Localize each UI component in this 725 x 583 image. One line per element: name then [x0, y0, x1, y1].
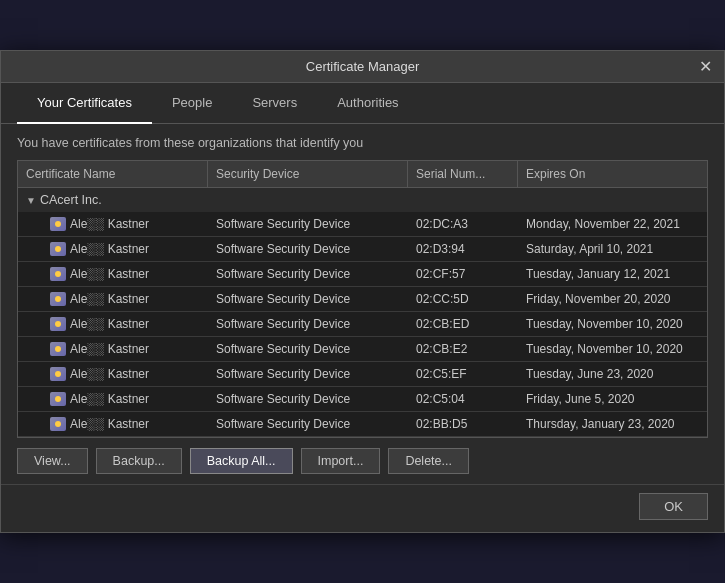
table-header: Certificate Name Security Device Serial … [18, 161, 707, 188]
table-row[interactable]: Ale░░ KastnerSoftware Security Device02:… [18, 337, 707, 362]
cert-device: Software Security Device [208, 287, 408, 311]
cert-expires: Friday, November 20, 2020 [518, 287, 707, 311]
table-row[interactable]: Ale░░ KastnerSoftware Security Device02:… [18, 262, 707, 287]
certificate-icon [50, 392, 66, 406]
view-button[interactable]: View... [17, 448, 88, 474]
content-description: You have certificates from these organiz… [17, 136, 708, 150]
cert-name-cell: Ale░░ Kastner [18, 212, 208, 236]
cert-device: Software Security Device [208, 312, 408, 336]
cert-expires: Tuesday, June 23, 2020 [518, 362, 707, 386]
cert-name-cell: Ale░░ Kastner [18, 412, 208, 436]
cert-name: Ale░░ Kastner [70, 317, 149, 331]
cert-name-cell: Ale░░ Kastner [18, 312, 208, 336]
col-certificate-name: Certificate Name [18, 161, 208, 187]
cert-serial: 02:CB:E2 [408, 337, 518, 361]
group-header-cacert: ▼ CAcert Inc. [18, 188, 707, 212]
main-content: You have certificates from these organiz… [1, 124, 724, 438]
table-row[interactable]: Ale░░ KastnerSoftware Security Device02:… [18, 387, 707, 412]
cert-device: Software Security Device [208, 237, 408, 261]
certificate-icon [50, 367, 66, 381]
group-collapse-icon[interactable]: ▼ [26, 195, 36, 206]
cert-expires: Thursday, January 23, 2020 [518, 412, 707, 436]
dialog-title: Certificate Manager [306, 59, 419, 74]
action-buttons: View... Backup... Backup All... Import..… [1, 438, 724, 484]
backup-all-button[interactable]: Backup All... [190, 448, 293, 474]
cert-name-cell: Ale░░ Kastner [18, 362, 208, 386]
cert-name-cell: Ale░░ Kastner [18, 287, 208, 311]
certificate-icon [50, 267, 66, 281]
cert-name-cell: Ale░░ Kastner [18, 237, 208, 261]
cert-expires: Monday, November 22, 2021 [518, 212, 707, 236]
cert-device: Software Security Device [208, 262, 408, 286]
cert-name-cell: Ale░░ Kastner [18, 262, 208, 286]
table-row[interactable]: Ale░░ KastnerSoftware Security Device02:… [18, 312, 707, 337]
col-serial-number: Serial Num... [408, 161, 518, 187]
table-row[interactable]: Ale░░ KastnerSoftware Security Device02:… [18, 412, 707, 437]
cert-name-cell: Ale░░ Kastner [18, 387, 208, 411]
certificate-icon [50, 317, 66, 331]
cert-expires: Tuesday, November 10, 2020 [518, 337, 707, 361]
tab-bar: Your Certificates People Servers Authori… [1, 83, 724, 124]
title-bar: Certificate Manager ✕ [1, 51, 724, 83]
cert-name: Ale░░ Kastner [70, 242, 149, 256]
certificate-icon [50, 217, 66, 231]
cert-expires: Friday, June 5, 2020 [518, 387, 707, 411]
cert-device: Software Security Device [208, 212, 408, 236]
cert-serial: 02:C5:04 [408, 387, 518, 411]
cert-name: Ale░░ Kastner [70, 342, 149, 356]
certificate-rows: Ale░░ KastnerSoftware Security Device02:… [18, 212, 707, 437]
cert-expires: Saturday, April 10, 2021 [518, 237, 707, 261]
cert-name: Ale░░ Kastner [70, 267, 149, 281]
table-row[interactable]: Ale░░ KastnerSoftware Security Device02:… [18, 287, 707, 312]
cert-name: Ale░░ Kastner [70, 292, 149, 306]
cert-serial: 02:D3:94 [408, 237, 518, 261]
import-button[interactable]: Import... [301, 448, 381, 474]
cert-name: Ale░░ Kastner [70, 417, 149, 431]
cert-device: Software Security Device [208, 387, 408, 411]
table-row[interactable]: Ale░░ KastnerSoftware Security Device02:… [18, 362, 707, 387]
certificate-table[interactable]: Certificate Name Security Device Serial … [17, 160, 708, 438]
col-expires-on: Expires On [518, 161, 707, 187]
delete-button[interactable]: Delete... [388, 448, 469, 474]
cert-serial: 02:CB:ED [408, 312, 518, 336]
cert-serial: 02:CF:57 [408, 262, 518, 286]
table-row[interactable]: Ale░░ KastnerSoftware Security Device02:… [18, 237, 707, 262]
col-security-device: Security Device [208, 161, 408, 187]
bottom-bar: OK [1, 484, 724, 532]
table-row[interactable]: Ale░░ KastnerSoftware Security Device02:… [18, 212, 707, 237]
backup-button[interactable]: Backup... [96, 448, 182, 474]
cert-serial: 02:C5:EF [408, 362, 518, 386]
cert-expires: Tuesday, January 12, 2021 [518, 262, 707, 286]
cert-device: Software Security Device [208, 362, 408, 386]
certificate-icon [50, 292, 66, 306]
tab-authorities[interactable]: Authorities [317, 83, 418, 124]
cert-serial: 02:CC:5D [408, 287, 518, 311]
group-name: CAcert Inc. [40, 193, 102, 207]
certificate-icon [50, 342, 66, 356]
certificate-icon [50, 417, 66, 431]
close-button[interactable]: ✕ [696, 58, 714, 76]
cert-serial: 02:DC:A3 [408, 212, 518, 236]
certificate-manager-dialog: Certificate Manager ✕ Your Certificates … [0, 50, 725, 533]
cert-name: Ale░░ Kastner [70, 367, 149, 381]
cert-expires: Tuesday, November 10, 2020 [518, 312, 707, 336]
cert-device: Software Security Device [208, 337, 408, 361]
cert-serial: 02:BB:D5 [408, 412, 518, 436]
cert-name: Ale░░ Kastner [70, 217, 149, 231]
cert-device: Software Security Device [208, 412, 408, 436]
cert-name: Ale░░ Kastner [70, 392, 149, 406]
certificate-icon [50, 242, 66, 256]
tab-servers[interactable]: Servers [232, 83, 317, 124]
cert-name-cell: Ale░░ Kastner [18, 337, 208, 361]
tab-people[interactable]: People [152, 83, 232, 124]
ok-button[interactable]: OK [639, 493, 708, 520]
tab-your-certificates[interactable]: Your Certificates [17, 83, 152, 124]
